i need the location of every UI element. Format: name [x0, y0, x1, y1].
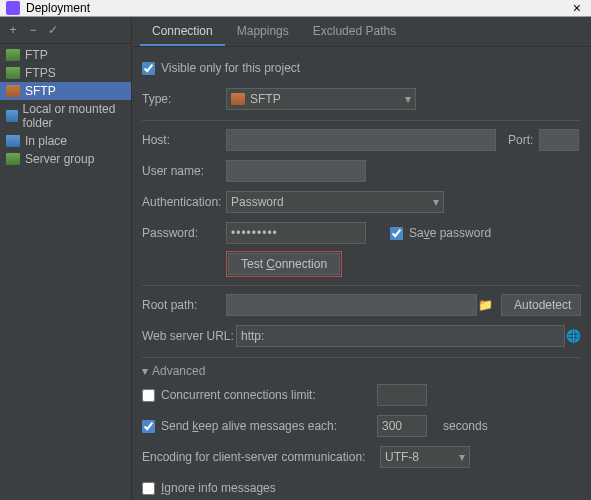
- encoding-label: Encoding for client-server communication…: [142, 450, 380, 464]
- sftp-icon: [6, 85, 20, 97]
- user-input[interactable]: [226, 160, 366, 182]
- tabs: Connection Mappings Excluded Paths: [132, 17, 591, 47]
- tab-excluded[interactable]: Excluded Paths: [301, 17, 408, 46]
- sidebar-toolbar: + − ✓: [0, 17, 131, 44]
- keepalive-label: Send keep alive messages each:: [161, 419, 371, 433]
- open-browser-icon[interactable]: 🌐: [565, 328, 581, 344]
- autodetect-button[interactable]: Autodetect: [501, 294, 581, 316]
- app-icon: [6, 1, 20, 15]
- local-icon: [6, 110, 18, 122]
- tree-item-label: SFTP: [25, 84, 56, 98]
- chevron-down-icon: ▾: [459, 450, 465, 464]
- root-input[interactable]: [226, 294, 477, 316]
- concurrent-input[interactable]: [377, 384, 427, 406]
- tree-item-ftp[interactable]: FTP: [0, 46, 131, 64]
- tree-item-ftps[interactable]: FTPS: [0, 64, 131, 82]
- seconds-label: seconds: [443, 419, 488, 433]
- encoding-select[interactable]: UTF-8 ▾: [380, 446, 470, 468]
- save-password-label: Save password: [409, 226, 491, 240]
- keepalive-checkbox[interactable]: [142, 420, 155, 433]
- folder-browse-icon[interactable]: 📁: [477, 297, 493, 313]
- ftp-icon: [6, 49, 20, 61]
- add-icon[interactable]: +: [4, 21, 22, 39]
- tree-item-label: FTPS: [25, 66, 56, 80]
- test-connection-highlight: Test Connection: [226, 251, 342, 277]
- host-input[interactable]: [226, 129, 496, 151]
- web-label: Web server URL:: [142, 329, 236, 343]
- port-label: Port:: [508, 133, 533, 147]
- visible-only-label: Visible only for this project: [161, 61, 300, 75]
- sftp-type-icon: [231, 93, 245, 105]
- chevron-down-icon: ▾: [405, 92, 411, 106]
- type-label: Type:: [142, 92, 226, 106]
- tree-item-servergroup[interactable]: Server group: [0, 150, 131, 168]
- type-select[interactable]: SFTP ▾: [226, 88, 416, 110]
- sidebar: + − ✓ FTP FTPS SFTP Loc: [0, 17, 132, 500]
- tree-item-sftp[interactable]: SFTP: [0, 82, 131, 100]
- auth-value: Password: [231, 195, 284, 209]
- port-input[interactable]: [539, 129, 579, 151]
- tree-item-local[interactable]: Local or mounted folder: [0, 100, 131, 132]
- save-password-row: Save password: [390, 226, 491, 240]
- tab-mappings[interactable]: Mappings: [225, 17, 301, 46]
- tree-item-label: In place: [25, 134, 67, 148]
- advanced-expander[interactable]: ▾ Advanced: [142, 364, 581, 378]
- chevron-down-icon: ▾: [433, 195, 439, 209]
- root-label: Root path:: [142, 298, 226, 312]
- test-connection-button[interactable]: Test Connection: [228, 253, 340, 275]
- visible-only-checkbox[interactable]: [142, 62, 155, 75]
- inplace-icon: [6, 135, 20, 147]
- titlebar: Deployment ×: [0, 0, 591, 17]
- encoding-value: UTF-8: [385, 450, 419, 464]
- ignore-info-label: Ignore info messages: [161, 481, 276, 495]
- tree-item-label: Server group: [25, 152, 94, 166]
- close-icon[interactable]: ×: [569, 0, 585, 16]
- detail-panel: Connection Mappings Excluded Paths Visib…: [132, 17, 591, 500]
- password-label: Password:: [142, 226, 226, 240]
- advanced-label: Advanced: [152, 364, 205, 378]
- servergroup-icon: [6, 153, 20, 165]
- keepalive-input[interactable]: [377, 415, 427, 437]
- user-label: User name:: [142, 164, 226, 178]
- password-input[interactable]: [226, 222, 366, 244]
- concurrent-checkbox[interactable]: [142, 389, 155, 402]
- web-input[interactable]: [236, 325, 565, 347]
- remove-icon[interactable]: −: [24, 21, 42, 39]
- tree-item-label: FTP: [25, 48, 48, 62]
- concurrent-label: Concurrent connections limit:: [161, 388, 371, 402]
- chevron-down-icon: ▾: [142, 364, 148, 378]
- type-value: SFTP: [250, 92, 281, 106]
- tree-item-inplace[interactable]: In place: [0, 132, 131, 150]
- check-icon[interactable]: ✓: [44, 21, 62, 39]
- ftps-icon: [6, 67, 20, 79]
- window-title: Deployment: [26, 1, 90, 15]
- auth-label: Authentication:: [142, 195, 226, 209]
- tab-connection[interactable]: Connection: [140, 17, 225, 46]
- auth-select[interactable]: Password ▾: [226, 191, 444, 213]
- connection-form: Visible only for this project Type: SFTP…: [132, 47, 591, 500]
- ignore-info-checkbox[interactable]: [142, 482, 155, 495]
- host-label: Host:: [142, 133, 226, 147]
- tree-item-label: Local or mounted folder: [23, 102, 127, 130]
- server-tree: FTP FTPS SFTP Local or mounted folder In…: [0, 44, 131, 170]
- save-password-checkbox[interactable]: [390, 227, 403, 240]
